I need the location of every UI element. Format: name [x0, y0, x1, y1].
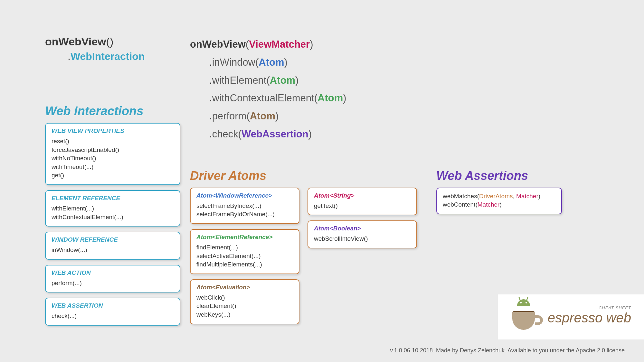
driver-atoms-section: Driver Atoms Atom<WindowReference>select… — [190, 169, 417, 330]
top-row: onWebView() .WebInteraction Web Interact… — [45, 35, 599, 331]
chain-line: .check(WebAssertion) — [190, 125, 599, 143]
list-item: withContextualElement(...) — [52, 213, 174, 222]
card: WINDOW REFERENCEinWindow(...) — [45, 232, 180, 260]
list-item: webMatches(DriverAtoms, Matcher) — [443, 192, 555, 201]
section-title-driver-atoms: Driver Atoms — [190, 169, 417, 183]
card: WEB ACTIONperform(...) — [45, 265, 180, 293]
list-item: withTimeout(...) — [52, 163, 174, 172]
card-list: findElement(...)selectActiveElement(...)… — [196, 243, 293, 269]
list-item: check(...) — [52, 312, 174, 320]
list-item: selectActiveElement(...) — [196, 252, 293, 261]
left-heading: onWebView() — [45, 35, 180, 48]
card-list: perform(...) — [52, 279, 174, 288]
heading-name: onWebView — [45, 35, 106, 48]
chain-line: .perform(Atom) — [190, 107, 599, 125]
logo-text: CHEAT SHEET espresso web — [548, 305, 631, 326]
section-title-web-interactions: Web Interactions — [45, 104, 180, 118]
list-item: withElement(...) — [52, 204, 174, 213]
chain-head-name: onWebView — [190, 39, 246, 50]
logo-box: CHEAT SHEET espresso web — [498, 294, 644, 339]
web-interactions-section: Web Interactions WEB VIEW PROPERTIESrese… — [45, 104, 180, 326]
card-title: WEB ASSERTION — [52, 302, 174, 309]
web-interactions-cards: WEB VIEW PROPERTIESreset()forceJavascrip… — [45, 123, 180, 326]
chain-lines: .inWindow(Atom).withElement(Atom).withCo… — [190, 53, 599, 143]
card: Atom<WindowReference>selectFrameByIndex(… — [190, 188, 299, 224]
card: Atom<Evaluation>webClick()clearElement()… — [190, 279, 299, 324]
list-item: findElement(...) — [196, 243, 293, 252]
card-title: WEB VIEW PROPERTIES — [52, 127, 174, 135]
card-list: inWindow(...) — [52, 246, 174, 255]
left-column: onWebView() .WebInteraction Web Interact… — [45, 35, 180, 331]
section-title-web-assertions: Web Assertions — [436, 169, 562, 183]
list-item: webClick() — [196, 293, 293, 302]
assertions-card: webMatches(DriverAtoms, Matcher)webConte… — [436, 188, 562, 214]
card: WEB ASSERTIONcheck(...) — [45, 298, 180, 326]
list-item: webScrollIntoView() — [314, 235, 411, 243]
card-title: Atom<Evaluation> — [196, 284, 293, 291]
chain-head-arg: ViewMatcher — [249, 39, 310, 50]
list-item: findMultipleElements(...) — [196, 260, 293, 269]
logo-sub: CHEAT SHEET — [548, 305, 631, 310]
assertions-list: webMatches(DriverAtoms, Matcher)webConte… — [443, 192, 555, 209]
chain-line: .inWindow(Atom) — [190, 53, 599, 71]
driver-columns: Atom<WindowReference>selectFrameByIndex(… — [190, 188, 417, 330]
card-list: webScrollIntoView() — [314, 235, 411, 243]
list-item: clearElement() — [196, 302, 293, 311]
driver-col2: Atom<String>getText()Atom<Boolean>webScr… — [308, 188, 417, 330]
card-list: getText() — [314, 202, 411, 210]
list-item: selectFrameByIndex(...) — [196, 202, 293, 210]
list-item: getText() — [314, 202, 411, 210]
chain-line: .withContextualElement(Atom) — [190, 89, 599, 107]
card-list: withElement(...)withContextualElement(..… — [52, 204, 174, 221]
card-title: Atom<ElementReference> — [196, 234, 293, 241]
list-item: inWindow(...) — [52, 246, 174, 255]
chain-line: .withElement(Atom) — [190, 71, 599, 89]
chain-head-line: onWebView(ViewMatcher) — [190, 35, 599, 53]
logo-main: espresso web — [548, 310, 631, 326]
card: Atom<ElementReference>findElement(...)se… — [190, 229, 299, 274]
card: Atom<Boolean>webScrollIntoView() — [308, 220, 417, 248]
list-item: reset() — [52, 137, 174, 146]
card: ELEMENT REFERENCEwithElement(...)withCon… — [45, 190, 180, 227]
card-title: ELEMENT REFERENCE — [52, 195, 174, 202]
card-title: Atom<String> — [314, 192, 411, 199]
list-item: forceJavascriptEnabled() — [52, 146, 174, 154]
list-item: perform(...) — [52, 279, 174, 288]
list-item: withNoTimeout() — [52, 154, 174, 163]
card: WEB VIEW PROPERTIESreset()forceJavascrip… — [45, 123, 180, 185]
card: Atom<String>getText() — [308, 188, 417, 216]
right-column: onWebView(ViewMatcher) .inWindow(Atom).w… — [184, 35, 599, 331]
card-title: Atom<WindowReference> — [196, 192, 293, 199]
footer: v.1.0 06.10.2018. Made by Denys Zelenchu… — [390, 347, 625, 354]
card-list: reset()forceJavascriptEnabled()withNoTim… — [52, 137, 174, 180]
left-subheading: .WebInteraction — [68, 51, 180, 62]
list-item: get() — [52, 171, 174, 180]
card-list: webClick()clearElement()webKeys(...) — [196, 293, 293, 319]
card-title: WEB ACTION — [52, 269, 174, 276]
heading-parens: () — [106, 35, 114, 48]
card-list: selectFrameByIndex(...)selectFrameByIdOr… — [196, 202, 293, 219]
list-item: webKeys(...) — [196, 311, 293, 319]
list-item: webContent(Matcher) — [443, 200, 555, 209]
card-title: Atom<Boolean> — [314, 225, 411, 232]
card-list: check(...) — [52, 312, 174, 320]
card-title: WINDOW REFERENCE — [52, 236, 174, 243]
subheading-text: WebInteraction — [71, 51, 145, 62]
list-item: selectFrameByIdOrName(...) — [196, 210, 293, 219]
chain-block: onWebView(ViewMatcher) .inWindow(Atom).w… — [190, 35, 599, 143]
driver-col1: Atom<WindowReference>selectFrameByIndex(… — [190, 188, 299, 330]
cheatsheet-page: onWebView() .WebInteraction Web Interact… — [0, 0, 644, 362]
espresso-icon — [511, 301, 540, 330]
